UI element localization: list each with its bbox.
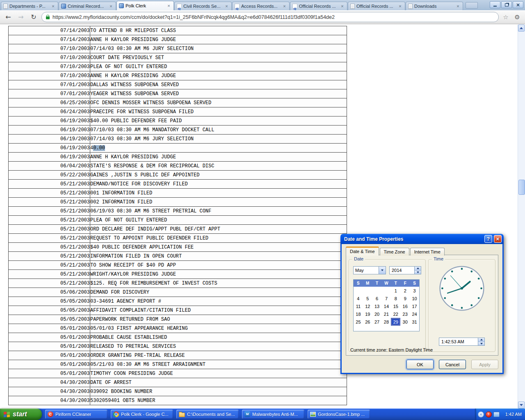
tab-close-icon[interactable]	[397, 4, 403, 9]
tab-internet-time[interactable]: Internet Time	[410, 248, 445, 256]
folder-icon	[179, 413, 185, 417]
month-dropdown-icon[interactable]	[379, 267, 386, 274]
calendar-day[interactable]: 28	[382, 318, 391, 326]
time-spinner[interactable]: 1:42:53 AM	[439, 338, 485, 346]
calendar-day[interactable]: 8	[391, 294, 400, 302]
year-spinner[interactable]: 2014	[389, 266, 421, 274]
calendar-day[interactable]: 9	[400, 294, 410, 302]
minimize-button[interactable]	[490, 1, 500, 8]
calendar-day[interactable]: 3	[410, 287, 419, 294]
year-down-button[interactable]	[415, 271, 421, 274]
bookmark-star-icon[interactable]	[502, 13, 510, 21]
taskbar-button[interactable]: Malwarebytes Anti-M...	[242, 410, 304, 419]
new-tab-button[interactable]	[466, 2, 478, 9]
calendar-day[interactable]: 17	[410, 302, 419, 310]
calendar-day[interactable]: 5	[363, 294, 372, 302]
dialog-titlebar[interactable]: Date and Time Properties	[340, 234, 504, 244]
time-up-button[interactable]	[478, 338, 484, 342]
hide-icons-chevron-icon[interactable]	[478, 411, 484, 418]
browser-tab[interactable]: Downloads	[406, 2, 463, 10]
calendar-day[interactable]: 30	[400, 318, 410, 326]
docket-date-cell: 05/21/2003	[9, 180, 90, 189]
cancel-button[interactable]: Cancel	[439, 360, 466, 369]
calendar-day[interactable]: 27	[372, 318, 382, 326]
calendar-day[interactable]: 24	[410, 310, 419, 318]
docket-date-cell: 05/01/2003	[9, 369, 90, 378]
docket-date-cell: 07/10/2003	[9, 71, 90, 80]
close-button[interactable]	[513, 1, 523, 8]
ok-button[interactable]: OK	[406, 360, 434, 369]
scroll-up-button[interactable]	[518, 25, 525, 32]
calendar-day[interactable]: 15	[391, 302, 400, 310]
calendar-day[interactable]: 19	[363, 310, 372, 318]
address-bar[interactable]: https://www2.myfloridacounty.com/ccm/do/…	[41, 12, 499, 22]
tab-close-icon[interactable]	[224, 4, 229, 9]
taskbar-button[interactable]: GordonsCase-1.bmp ...	[308, 410, 370, 419]
calendar-day[interactable]: 14	[382, 302, 391, 310]
calendar-day[interactable]: 21	[382, 310, 391, 318]
browser-tab[interactable]: Polk Clerk	[116, 1, 174, 10]
calendar-day[interactable]: 11	[354, 302, 363, 310]
calendar: SMTWTFS 12345678910111213141516171819202…	[353, 279, 420, 331]
taskbar-button[interactable]: Piriform CCleaner	[45, 410, 107, 419]
calendar-day[interactable]: 23	[400, 310, 410, 318]
forward-button[interactable]	[16, 12, 26, 22]
taskbar-button-label: GordonsCase-1.bmp ...	[318, 412, 365, 417]
dialog-close-button[interactable]	[494, 235, 502, 243]
calendar-day[interactable]: 25	[354, 318, 363, 326]
tab-label: Official Records ...	[299, 4, 338, 9]
calendar-day[interactable]: 1	[391, 287, 400, 294]
browser-tab[interactable]: Departments - P...	[1, 2, 58, 10]
scroll-down-button[interactable]	[518, 402, 525, 409]
year-up-button[interactable]	[415, 267, 421, 271]
settings-wrench-icon[interactable]	[513, 13, 522, 22]
calendar-day[interactable]: 7	[382, 294, 391, 302]
calendar-day[interactable]: 6	[372, 294, 382, 302]
month-select[interactable]: May	[353, 266, 386, 274]
calendar-day[interactable]: 20	[372, 310, 382, 318]
calendar-day[interactable]: 22	[391, 310, 400, 318]
tab-close-icon[interactable]	[166, 3, 171, 9]
scrollbar-thumb[interactable]	[518, 180, 525, 195]
docket-desc-cell: DEMAND FOR DISCOVERY	[90, 288, 347, 297]
browser-tab[interactable]: Official Records ...	[290, 2, 347, 10]
taskbar-button[interactable]: Polk Clerk - Google C...	[111, 410, 173, 419]
docket-desc-cell: 002 INFORMATION FILED	[90, 198, 347, 207]
tab-close-icon[interactable]	[340, 4, 345, 9]
vertical-scrollbar[interactable]	[518, 25, 525, 409]
docket-date-cell: 05/05/2003	[9, 315, 90, 324]
back-button[interactable]	[3, 12, 13, 22]
tab-close-icon[interactable]	[108, 4, 114, 9]
apply-button[interactable]: Apply	[471, 360, 498, 369]
calendar-day[interactable]: 29	[391, 318, 400, 326]
calendar-day[interactable]: 12	[363, 302, 372, 310]
tab-date-time[interactable]: Date & Time	[346, 247, 379, 256]
calendar-day[interactable]: 16	[400, 302, 410, 310]
calendar-day[interactable]: 13	[372, 302, 382, 310]
tab-close-icon[interactable]	[282, 4, 287, 9]
calendar-day[interactable]: 2	[400, 287, 410, 294]
tab-close-icon[interactable]	[455, 4, 461, 9]
docket-date-cell: 05/01/2003	[9, 333, 90, 342]
reload-button[interactable]	[29, 12, 39, 22]
calendar-day[interactable]: 4	[354, 294, 363, 302]
start-button[interactable]: start	[0, 409, 42, 420]
calendar-day[interactable]: 10	[410, 294, 419, 302]
calendar-day[interactable]: 18	[354, 310, 363, 318]
browser-tab[interactable]: Official Records ...	[348, 2, 405, 10]
browser-tab[interactable]: Criminal Record...	[59, 2, 116, 10]
docket-date-cell: 05/05/2003	[9, 297, 90, 306]
help-button[interactable]	[484, 235, 492, 243]
alert-tray-icon[interactable]	[486, 411, 492, 418]
tab-time-zone[interactable]: Time Zone	[380, 248, 409, 256]
time-down-button[interactable]	[478, 342, 484, 346]
calendar-day[interactable]: 26	[363, 318, 372, 326]
browser-tab[interactable]: Civil Records Se...	[174, 2, 232, 10]
calendar-day[interactable]: 31	[410, 318, 419, 326]
mbam-icon	[244, 411, 250, 417]
network-tray-icon[interactable]	[493, 412, 500, 417]
taskbar-button[interactable]: C:\Documents and Se...	[176, 410, 239, 419]
restore-button[interactable]	[501, 1, 512, 8]
browser-tab[interactable]: Access Records...	[232, 2, 290, 10]
tab-close-icon[interactable]	[50, 4, 56, 9]
